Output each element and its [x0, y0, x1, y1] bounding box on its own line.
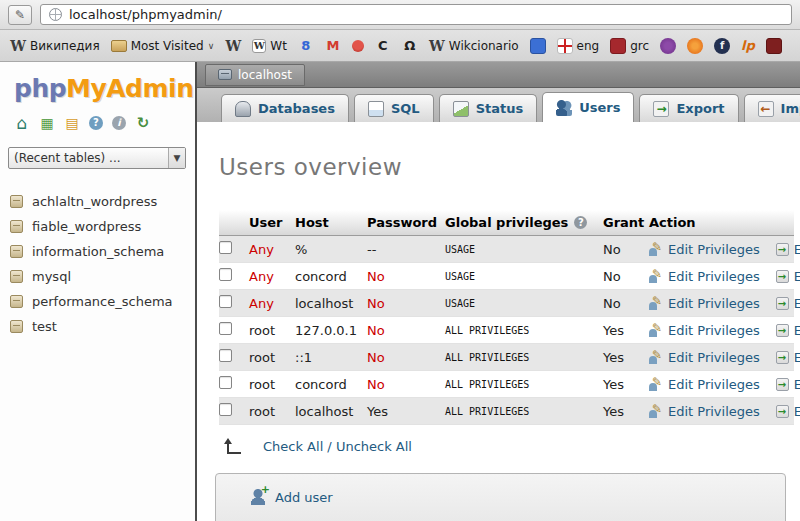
bookmark-item[interactable]: 8 [298, 38, 314, 54]
tab-databases[interactable]: Databases [221, 94, 349, 122]
server-breadcrumb[interactable]: localhost [205, 64, 305, 86]
edit-privileges-link[interactable]: Edit Privileges [649, 269, 760, 284]
row-checkbox[interactable] [219, 349, 232, 362]
tab-export[interactable]: Export [639, 94, 738, 122]
page-action-button[interactable]: ✎ [8, 5, 32, 25]
bookmark-item[interactable]: W Wt [252, 39, 287, 53]
bookmark-item[interactable]: grc [610, 38, 649, 54]
table-icon[interactable]: ▦ [39, 115, 55, 131]
sidebar-database-item[interactable]: fiable_wordpress [0, 214, 195, 239]
bookmark-favicon: W [252, 39, 266, 53]
user-cell: Any [249, 296, 274, 311]
row-checkbox[interactable] [219, 268, 232, 281]
bookmark-item[interactable] [766, 38, 782, 54]
sidebar-database-item[interactable]: mysql [0, 264, 195, 289]
database-icon [10, 245, 23, 258]
tab-sql[interactable]: SQL [354, 94, 434, 122]
export-link[interactable]: Export [776, 242, 800, 257]
bookmark-item[interactable]: M [325, 38, 341, 54]
header-grant: Grant [603, 210, 649, 236]
export-icon [776, 270, 789, 283]
bookmark-label: eng [577, 39, 600, 53]
edit-privileges-icon [649, 404, 663, 418]
row-checkbox[interactable] [219, 376, 232, 389]
bookmark-item[interactable] [660, 38, 676, 54]
bookmark-item[interactable]: f [714, 38, 730, 54]
url-bar[interactable]: localhost/phpmyadmin/ [40, 4, 792, 25]
add-user-link[interactable]: Add user [250, 489, 333, 505]
sidebar-database-item[interactable]: performance_schema [0, 289, 195, 314]
phpmyadmin-logo[interactable]: phpMyAdmin [0, 62, 195, 103]
export-icon [776, 297, 789, 310]
bookmark-favicon: C [375, 38, 391, 54]
privileges-cell: USAGE [445, 236, 603, 263]
sidebar-database-item[interactable]: achlaltn_wordpress [0, 189, 195, 214]
export-icon [653, 101, 669, 117]
edit-privileges-icon [649, 296, 663, 310]
row-checkbox[interactable] [219, 241, 232, 254]
databases-icon [235, 101, 251, 117]
edit-privileges-link[interactable]: Edit Privileges [649, 404, 760, 419]
export-link[interactable]: Export [776, 323, 800, 338]
edit-privileges-link[interactable]: Edit Privileges [649, 242, 760, 257]
sidebar-database-item[interactable]: test [0, 314, 195, 339]
server-host: localhost [238, 68, 292, 82]
refresh-icon[interactable]: ↻ [135, 115, 151, 131]
bookmark-favicon [557, 38, 573, 54]
grant-cell: No [603, 236, 649, 263]
bookmark-item[interactable]: Ω [402, 38, 418, 54]
recent-tables-select[interactable]: (Recent tables) ... ▼ [8, 147, 186, 169]
edit-privileges-link[interactable]: Edit Privileges [649, 323, 760, 338]
row-checkbox[interactable] [219, 322, 232, 335]
database-name: fiable_wordpress [32, 219, 141, 234]
privileges-cell: ALL PRIVILEGES [445, 344, 603, 371]
info-icon[interactable]: i [112, 116, 126, 130]
edit-privileges-link[interactable]: Edit Privileges [649, 296, 760, 311]
host-cell: 127.0.0.1 [295, 317, 367, 344]
export-link[interactable]: Export [776, 404, 800, 419]
help-icon[interactable]: ? [574, 216, 587, 229]
user-cell: Any [249, 269, 274, 284]
content-area: Users overview User Host Password Global… [197, 122, 800, 521]
export-icon [776, 243, 789, 256]
edit-privileges-link[interactable]: Edit Privileges [649, 377, 760, 392]
check-all-link[interactable]: Check All / Uncheck All [263, 439, 412, 454]
host-cell: ::1 [295, 344, 367, 371]
browser-chrome: ✎ localhost/phpmyadmin/ [0, 0, 800, 30]
bookmark-item[interactable] [687, 38, 703, 54]
database-name: mysql [32, 269, 71, 284]
host-cell: % [295, 236, 367, 263]
edit-privileges-link[interactable]: Edit Privileges [649, 350, 760, 365]
tab-users[interactable]: Users [542, 92, 634, 122]
users-table: User Host Password Global privileges? Gr… [219, 210, 794, 425]
row-checkbox[interactable] [219, 295, 232, 308]
doc-icon[interactable]: ▤ [64, 115, 80, 131]
database-name: test [32, 319, 57, 334]
bookmark-item[interactable]: eng [557, 38, 600, 54]
bookmark-item[interactable]: C [375, 38, 391, 54]
privileges-cell: ALL PRIVILEGES [445, 398, 603, 425]
home-icon[interactable]: ⌂ [14, 115, 30, 131]
bookmark-item[interactable]: Most Visited ∨ [111, 39, 215, 53]
bookmark-item[interactable]: lp [741, 38, 755, 54]
export-link[interactable]: Export [776, 377, 800, 392]
sql-icon [368, 101, 384, 117]
tab-status[interactable]: Status [439, 94, 538, 122]
export-icon [776, 351, 789, 364]
export-link[interactable]: Export [776, 350, 800, 365]
add-user-icon [250, 489, 266, 505]
bookmark-item[interactable]: W [225, 38, 241, 54]
help-icon[interactable]: ? [89, 116, 103, 130]
table-row: root localhost Yes ALL PRIVILEGES Yes Ed… [219, 398, 794, 425]
bookmark-item[interactable]: W Wikcionario [429, 38, 519, 54]
bookmark-item[interactable] [530, 38, 546, 54]
bookmark-item[interactable]: W Википедия [10, 38, 100, 54]
sidebar-database-item[interactable]: information_schema [0, 239, 195, 264]
export-link[interactable]: Export [776, 269, 800, 284]
row-checkbox[interactable] [219, 403, 232, 416]
privileges-cell: ALL PRIVILEGES [445, 371, 603, 398]
tab-import[interactable]: Import [744, 94, 800, 122]
bookmark-item[interactable] [352, 40, 364, 52]
export-link[interactable]: Export [776, 296, 800, 311]
table-row: root ::1 No ALL PRIVILEGES Yes Edit Priv… [219, 344, 794, 371]
